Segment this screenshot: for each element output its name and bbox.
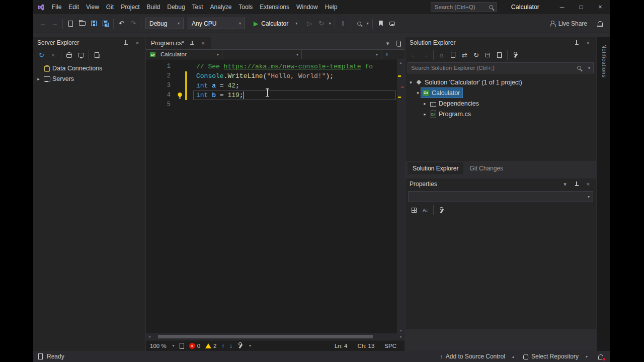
tab-program-cs[interactable]: Program.cs* × <box>146 37 211 49</box>
menu-build[interactable]: Build <box>143 0 164 14</box>
horizontal-scrollbar[interactable]: ◂ ▸ <box>146 333 405 340</box>
configuration-dropdown[interactable]: Debug ▾ <box>145 18 184 29</box>
tree-item-calculator[interactable]: ▾Calculator <box>406 87 596 98</box>
tree-item-program-cs[interactable]: ▸Program.cs <box>406 109 596 119</box>
find-in-files-icon[interactable] <box>353 18 365 29</box>
minimize-button[interactable]: ─ <box>552 0 572 14</box>
save-all-icon[interactable] <box>100 18 111 29</box>
menu-git[interactable]: Git <box>103 0 117 14</box>
chevron-right-icon[interactable]: ▸ <box>422 101 428 106</box>
add-to-source-control-button[interactable]: ↑ Add to Source Control ▴ <box>440 353 514 360</box>
comment-icon[interactable] <box>386 18 398 29</box>
chevron-right-icon[interactable]: ▸ <box>422 112 428 117</box>
notifications-strip[interactable]: Notifications <box>597 37 610 351</box>
spaces-indicator[interactable]: SPC <box>384 343 396 349</box>
close-icon[interactable]: × <box>585 39 592 46</box>
menu-edit[interactable]: Edit <box>65 0 83 14</box>
chevron-right-icon[interactable]: ▸ <box>35 76 42 81</box>
dropdown-caret-icon[interactable]: ▾ <box>327 18 333 29</box>
tree-item-solution-calculator-1-of-1-project-[interactable]: ▾Solution 'Calculator' (1 of 1 project) <box>406 77 596 87</box>
chevron-down-icon[interactable]: ▾ <box>561 180 569 188</box>
home-icon[interactable]: ⌂ <box>436 49 447 61</box>
lightbulb-icon[interactable] <box>174 90 185 100</box>
open-file-icon[interactable] <box>76 18 88 29</box>
properties-object-dropdown[interactable]: ▾ <box>408 191 593 202</box>
menu-view[interactable]: View <box>83 0 103 14</box>
code-editor[interactable]: 1// See https://aka.ms/new-console-templ… <box>146 59 405 333</box>
scroll-right-icon[interactable]: ▸ <box>397 334 405 339</box>
code-line-1[interactable]: 1// See https://aka.ms/new-console-templ… <box>146 62 397 71</box>
line-number[interactable]: 1 <box>146 62 174 71</box>
type-dropdown[interactable]: ▾ <box>222 50 302 59</box>
refresh-icon[interactable]: ↻ <box>470 49 482 61</box>
redo-icon[interactable]: ↷ <box>127 18 139 29</box>
solution-search-box[interactable]: Search Solution Explorer (Ctrl+;) ▾ <box>408 62 594 73</box>
pin-icon[interactable] <box>122 39 129 46</box>
column-indicator[interactable]: Ch: 13 <box>357 343 374 349</box>
close-icon[interactable]: × <box>200 40 206 47</box>
member-dropdown[interactable]: ▾ <box>302 50 381 59</box>
next-issue-icon[interactable]: ↓ <box>229 343 232 349</box>
new-file-icon[interactable] <box>65 18 76 29</box>
zoom-control[interactable]: 100 % ▾ <box>150 343 175 349</box>
split-add-icon[interactable]: + <box>381 50 392 59</box>
tree-item-servers[interactable]: ▸Servers <box>33 73 145 84</box>
undo-icon[interactable]: ↶ <box>116 18 127 29</box>
save-icon[interactable] <box>88 18 100 29</box>
tree-item-data-connections[interactable]: Data Connections <box>33 63 145 73</box>
close-icon[interactable]: × <box>134 39 141 46</box>
alphabetical-icon[interactable]: A↓ <box>420 205 431 216</box>
back-icon[interactable]: ← <box>408 49 420 61</box>
server-explorer-header[interactable]: Server Explorer × <box>33 37 145 48</box>
connect-server-icon[interactable] <box>75 49 87 61</box>
chevron-down-icon[interactable]: ▾ <box>408 80 414 85</box>
menu-analyze[interactable]: Analyze <box>207 0 235 14</box>
quick-search-box[interactable]: Search (Ctrl+Q) <box>431 2 497 12</box>
dropdown-caret-icon[interactable]: ▾ <box>365 18 370 29</box>
property-pages-icon[interactable] <box>436 205 447 216</box>
show-all-files-icon[interactable] <box>494 49 505 61</box>
switch-views-icon[interactable] <box>447 49 459 61</box>
pin-icon[interactable] <box>573 180 580 188</box>
menu-file[interactable]: File <box>48 0 65 14</box>
vertical-scrollbar[interactable]: ▴ ▾ <box>397 59 405 333</box>
chevron-down-icon[interactable]: ▾ <box>415 90 421 96</box>
menu-test[interactable]: Test <box>189 0 207 14</box>
menu-extensions[interactable]: Extensions <box>256 0 293 14</box>
live-share-button[interactable]: Live Share <box>549 20 587 27</box>
code-cleanup-button[interactable]: ▾ <box>237 343 251 348</box>
refresh-blue-icon[interactable]: ↻ <box>36 49 47 61</box>
bookmark-icon[interactable] <box>375 18 386 29</box>
sync-icon[interactable]: ⇄ <box>459 49 470 61</box>
bell-icon[interactable] <box>594 18 606 29</box>
tab-solution-explorer[interactable]: Solution Explorer <box>408 162 463 174</box>
errors-indicator[interactable]: × 0 <box>189 343 200 349</box>
line-number[interactable]: 2 <box>146 71 174 81</box>
maximize-button[interactable]: □ <box>572 0 591 14</box>
scroll-down-icon[interactable]: ▾ <box>399 327 401 333</box>
collapse-all-icon[interactable] <box>482 49 494 61</box>
menu-debug[interactable]: Debug <box>164 0 188 14</box>
line-number[interactable]: 3 <box>146 81 174 90</box>
menu-help[interactable]: Help <box>321 0 341 14</box>
close-button[interactable]: × <box>591 0 610 14</box>
notifications-bell-icon[interactable] <box>597 353 605 360</box>
line-indicator[interactable]: Ln: 4 <box>335 343 348 349</box>
tree-item-dependencies[interactable]: ▸Dependencies <box>406 98 596 109</box>
break-all-icon[interactable]: ‖ <box>337 18 349 29</box>
visual-studio-logo-icon[interactable] <box>33 4 48 11</box>
platform-dropdown[interactable]: Any CPU ▾ <box>188 18 245 29</box>
window-layout-icon[interactable] <box>395 40 401 47</box>
connect-sharepoint-icon[interactable] <box>91 49 103 61</box>
start-debugging-button[interactable]: ▶ Calculator ▾ <box>249 18 302 30</box>
line-number[interactable]: 4 <box>146 90 174 100</box>
document-health-icon[interactable] <box>180 343 184 349</box>
tab-git-changes[interactable]: Git Changes <box>464 162 508 174</box>
code-line-3[interactable]: 3int a = 42; <box>146 81 397 90</box>
properties-header[interactable]: Properties ▾ × <box>406 178 596 190</box>
menu-tools[interactable]: Tools <box>235 0 256 14</box>
code-line-4[interactable]: 4int b = 119; <box>146 90 397 100</box>
line-number[interactable]: 5 <box>146 100 174 110</box>
scrollbar-thumb[interactable] <box>158 335 373 338</box>
menu-window[interactable]: Window <box>293 0 321 14</box>
